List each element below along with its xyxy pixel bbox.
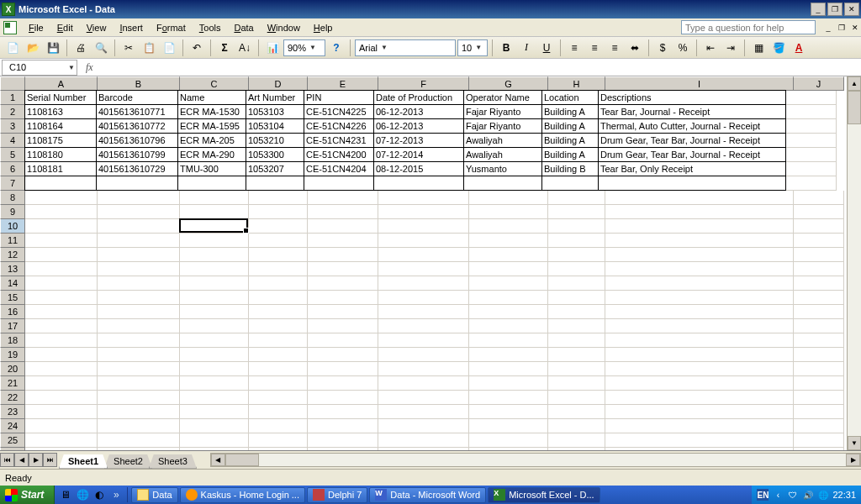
cell-A1[interactable]: Serial Number — [24, 90, 97, 105]
cell-E5[interactable]: CE-51CN4200 — [304, 147, 374, 162]
cell-G18[interactable] — [469, 333, 548, 348]
cell-J5[interactable] — [786, 148, 837, 162]
menu-help[interactable]: Help — [307, 21, 340, 34]
row-header-11[interactable]: 11 — [0, 234, 25, 248]
cell-C12[interactable] — [180, 248, 249, 262]
font-color-button[interactable]: A — [790, 39, 808, 57]
cell-C23[interactable] — [180, 405, 249, 419]
cell-D25[interactable] — [249, 433, 308, 448]
cell-C22[interactable] — [180, 391, 249, 405]
cell-H19[interactable] — [548, 348, 605, 362]
save-button[interactable]: 💾 — [44, 39, 62, 57]
cell-A17[interactable] — [25, 319, 98, 333]
cell-H3[interactable]: Building A — [541, 118, 599, 134]
cell-H16[interactable] — [548, 305, 605, 319]
zoom-combo[interactable]: 90%▼ — [283, 39, 325, 56]
row-header-13[interactable]: 13 — [0, 262, 25, 276]
row-header-9[interactable]: 9 — [0, 205, 25, 219]
cell-E1[interactable]: PIN — [304, 90, 374, 105]
cell-A23[interactable] — [25, 405, 98, 419]
cell-F5[interactable]: 07-12-2014 — [373, 147, 464, 162]
cell-F9[interactable] — [378, 205, 469, 219]
cell-I3[interactable]: Thermal, Auto Cutter, Journal - Receipt — [598, 118, 786, 134]
cell-I17[interactable] — [605, 319, 794, 333]
cell-I8[interactable] — [605, 191, 794, 205]
cell-B4[interactable]: 4015613610796 — [96, 133, 178, 148]
document-icon[interactable] — [3, 21, 17, 34]
cell-D8[interactable] — [249, 191, 308, 205]
cell-C8[interactable] — [180, 191, 249, 205]
vertical-scrollbar[interactable]: ▲ ▼ — [847, 76, 861, 450]
cell-A12[interactable] — [25, 248, 98, 262]
cell-G6[interactable]: Yusmanto — [463, 161, 542, 176]
cell-G15[interactable] — [469, 291, 548, 305]
cell-J6[interactable] — [786, 162, 837, 176]
cell-J19[interactable] — [794, 348, 844, 362]
cell-G7[interactable] — [463, 176, 542, 191]
cell-H24[interactable] — [548, 419, 605, 433]
cell-C1[interactable]: Name — [177, 90, 246, 105]
cell-J16[interactable] — [794, 305, 844, 319]
menu-edit[interactable]: Edit — [50, 21, 80, 34]
cell-B2[interactable]: 4015613610771 — [96, 104, 178, 119]
cell-I4[interactable]: Drum Gear, Tear Bar, Journal - Receipt — [598, 133, 786, 148]
cell-J21[interactable] — [794, 376, 844, 391]
cell-J1[interactable] — [786, 91, 837, 105]
cell-F3[interactable]: 06-12-2013 — [373, 118, 464, 134]
cell-E18[interactable] — [308, 333, 378, 348]
cell-C11[interactable] — [180, 234, 249, 248]
row-header-19[interactable]: 19 — [0, 348, 25, 362]
new-button[interactable]: 📄 — [3, 39, 22, 57]
cell-H11[interactable] — [548, 234, 605, 248]
menu-insert[interactable]: Insert — [113, 21, 150, 34]
cell-B25[interactable] — [98, 433, 180, 448]
cell-G23[interactable] — [469, 405, 548, 419]
cell-F21[interactable] — [378, 376, 469, 391]
cell-H9[interactable] — [548, 205, 605, 219]
sheet-tab-Sheet2[interactable]: Sheet2 — [104, 454, 152, 469]
cell-I18[interactable] — [605, 333, 794, 348]
cell-A5[interactable]: 1108180 — [24, 147, 97, 162]
cell-D24[interactable] — [249, 419, 308, 433]
cell-C10[interactable] — [180, 219, 249, 234]
cell-E20[interactable] — [308, 362, 378, 376]
start-button[interactable]: Start — [0, 486, 55, 504]
cell-C21[interactable] — [180, 376, 249, 391]
show-desktop-icon[interactable]: 🖥 — [58, 487, 73, 502]
cell-J8[interactable] — [794, 191, 844, 205]
cell-B18[interactable] — [98, 333, 180, 348]
cell-A24[interactable] — [25, 419, 98, 433]
menu-tools[interactable]: Tools — [193, 21, 228, 34]
cell-B7[interactable] — [96, 176, 178, 191]
cell-J15[interactable] — [794, 291, 844, 305]
cell-A9[interactable] — [25, 205, 98, 219]
cell-A18[interactable] — [25, 333, 98, 348]
cell-E7[interactable] — [304, 176, 374, 191]
cell-E3[interactable]: CE-51CN4226 — [304, 118, 374, 134]
cell-D20[interactable] — [249, 362, 308, 376]
cell-B5[interactable]: 4015613610799 — [96, 147, 178, 162]
tab-nav-last[interactable]: ⏭ — [43, 453, 57, 467]
cell-H25[interactable] — [548, 433, 605, 448]
cell-G20[interactable] — [469, 362, 548, 376]
cell-H5[interactable]: Building A — [541, 147, 599, 162]
row-header-1[interactable]: 1 — [0, 91, 25, 105]
row-header-5[interactable]: 5 — [0, 148, 25, 162]
cell-A21[interactable] — [25, 376, 98, 391]
cell-F18[interactable] — [378, 333, 469, 348]
print-preview-button[interactable]: 🔍 — [92, 39, 110, 57]
row-header-2[interactable]: 2 — [0, 105, 25, 119]
cell-E14[interactable] — [308, 276, 378, 291]
cell-F23[interactable] — [378, 405, 469, 419]
cell-E9[interactable] — [308, 205, 378, 219]
cell-I15[interactable] — [605, 291, 794, 305]
cell-D9[interactable] — [249, 205, 308, 219]
cell-A14[interactable] — [25, 276, 98, 291]
row-header-21[interactable]: 21 — [0, 376, 25, 391]
cell-B17[interactable] — [98, 319, 180, 333]
cell-A15[interactable] — [25, 291, 98, 305]
cell-F4[interactable]: 07-12-2013 — [373, 133, 464, 148]
cell-F12[interactable] — [378, 248, 469, 262]
cell-G2[interactable]: Fajar Riyanto — [463, 104, 542, 119]
cell-E21[interactable] — [308, 376, 378, 391]
